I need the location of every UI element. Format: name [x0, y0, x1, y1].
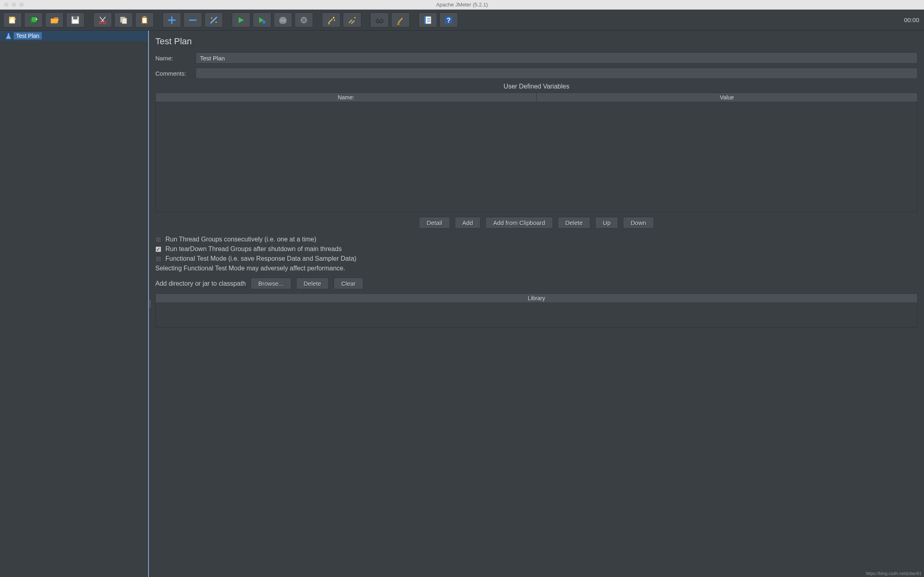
delete-button[interactable]: Delete [558, 217, 590, 229]
udv-table-body[interactable] [156, 102, 917, 212]
clear-classpath-button[interactable]: Clear [334, 278, 363, 289]
save-button[interactable] [66, 12, 85, 27]
classpath-delete-button[interactable]: Delete [296, 278, 329, 289]
svg-rect-12 [142, 18, 146, 23]
svg-rect-24 [379, 18, 380, 20]
clear-button[interactable] [322, 12, 340, 27]
clipboard-icon [140, 16, 149, 25]
toggle-wand-icon [209, 16, 218, 25]
help-button[interactable]: ? [439, 12, 458, 27]
traffic-lights [4, 2, 24, 7]
notebook-icon [423, 16, 432, 25]
reset-search-button[interactable] [391, 12, 410, 27]
udv-title: User Defined Variables [155, 83, 918, 90]
svg-rect-6 [73, 21, 78, 23]
copy-icon [119, 16, 128, 25]
start-no-pause-button[interactable] [253, 12, 271, 27]
main-toolbar: STOP ? 00:00 [0, 10, 924, 31]
traffic-close-icon[interactable] [4, 2, 8, 7]
add-button[interactable]: Add [455, 217, 481, 229]
test-plan-tree[interactable]: Test Plan [0, 31, 149, 577]
templates-button[interactable] [24, 12, 43, 27]
browse-button[interactable]: Browse... [251, 278, 291, 289]
tree-root-test-plan[interactable]: Test Plan [0, 31, 148, 41]
start-button[interactable] [232, 12, 250, 27]
teardown-label: Run tearDown Thread Groups after shutdow… [165, 245, 342, 253]
shutdown-icon [300, 16, 307, 24]
library-table[interactable]: Library [155, 293, 918, 328]
add-from-clipboard-button[interactable]: Add from Clipboard [485, 217, 553, 229]
svg-point-15 [216, 21, 217, 23]
collapse-button[interactable] [184, 12, 202, 27]
expand-button[interactable] [163, 12, 181, 27]
udv-table[interactable]: Name: Value [155, 93, 918, 212]
library-col: Library [156, 294, 917, 303]
clear-all-button[interactable] [343, 12, 361, 27]
new-button[interactable] [3, 12, 22, 27]
function-helper-button[interactable] [419, 12, 437, 27]
svg-text:?: ? [447, 17, 451, 24]
new-file-icon [8, 16, 17, 25]
teardown-checkbox[interactable] [155, 246, 161, 252]
broom-yellow-icon [396, 16, 405, 25]
copy-button[interactable] [114, 12, 133, 27]
functional-checkbox[interactable] [155, 256, 161, 262]
svg-point-19 [333, 17, 334, 19]
name-input[interactable] [196, 52, 918, 64]
svg-point-16 [262, 21, 266, 24]
split-handle[interactable] [148, 298, 152, 310]
udv-col-value: Value [537, 93, 918, 102]
comments-input[interactable] [196, 68, 918, 79]
down-button[interactable]: Down [623, 217, 654, 229]
tree-root-label: Test Plan [14, 32, 42, 39]
name-label: Name: [155, 55, 191, 62]
plus-icon [168, 16, 176, 24]
udv-col-name: Name: [156, 93, 537, 102]
open-folder-icon [50, 16, 59, 25]
library-table-body[interactable] [156, 303, 917, 327]
traffic-minimize-icon[interactable] [12, 2, 16, 7]
stop-button[interactable]: STOP [274, 12, 292, 27]
functional-note: Selecting Functional Test Mode may adver… [155, 265, 918, 272]
classpath-label: Add directory or jar to classpath [155, 280, 246, 287]
svg-point-14 [211, 17, 212, 19]
flask-icon [6, 33, 11, 39]
editor-panel: Test Plan Name: Comments: User Defined V… [149, 31, 924, 577]
consecutive-label: Run Thread Groups consecutively (i.e. on… [165, 236, 316, 243]
traffic-zoom-icon[interactable] [19, 2, 24, 7]
broom-sparkle-icon [327, 16, 336, 25]
watermark: https://blog.csdn.net/jclian91 [866, 571, 922, 576]
svg-rect-13 [143, 16, 146, 18]
svg-point-21 [355, 17, 356, 18]
panel-heading: Test Plan [155, 36, 918, 47]
minus-icon [189, 16, 197, 24]
paste-button[interactable] [135, 12, 154, 27]
window-title: Apache JMeter (5.2.1) [0, 2, 924, 8]
detail-button[interactable]: Detail [419, 217, 450, 229]
svg-point-20 [334, 19, 335, 21]
window-titlebar: Apache JMeter (5.2.1) [0, 0, 924, 10]
open-button[interactable] [45, 12, 64, 27]
svg-rect-5 [73, 16, 77, 19]
comments-label: Comments: [155, 70, 191, 77]
search-button[interactable] [370, 12, 389, 27]
play-icon [237, 16, 245, 24]
svg-rect-26 [424, 16, 426, 24]
elapsed-time: 00:00 [904, 16, 921, 23]
scissors-icon [98, 16, 107, 25]
binoculars-icon [375, 16, 384, 25]
consecutive-checkbox[interactable] [155, 237, 161, 243]
up-button[interactable]: Up [595, 217, 618, 229]
stop-icon: STOP [279, 16, 287, 24]
shutdown-button[interactable] [295, 12, 313, 27]
svg-point-1 [9, 17, 12, 19]
svg-rect-10 [122, 18, 127, 24]
svg-text:STOP: STOP [280, 19, 286, 22]
functional-label: Functional Test Mode (i.e. save Response… [165, 255, 357, 262]
toggle-button[interactable] [204, 12, 223, 27]
cut-button[interactable] [93, 12, 112, 27]
play-timer-icon [258, 16, 266, 24]
templates-icon [29, 16, 38, 25]
help-icon: ? [444, 16, 453, 25]
double-broom-icon [348, 16, 357, 25]
